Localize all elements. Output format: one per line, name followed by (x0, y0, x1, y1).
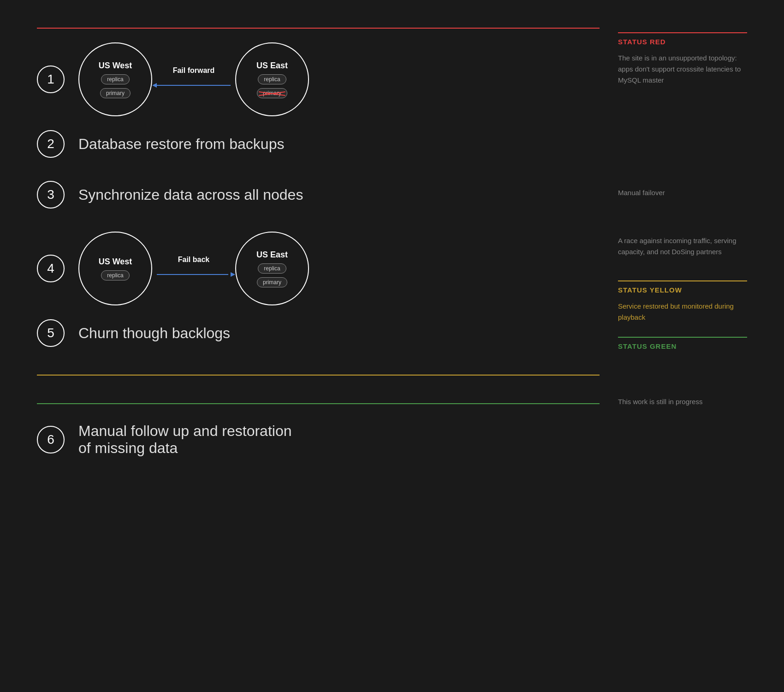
step-4-row: 4 US West replica Fail back (37, 232, 600, 305)
left-panel: 1 US West replica primary Fail forward (37, 28, 600, 480)
step6-note-area: This work is still in progress (618, 396, 747, 407)
status-yellow-line (37, 375, 600, 376)
step-4-arrow-section: Fail back (152, 256, 235, 281)
svg-marker-3 (231, 272, 235, 277)
right-yellow-header: STATUS YELLOW (618, 286, 747, 294)
right-red-desc: The site is in an unsupported topology: … (618, 53, 747, 86)
status-green-line (37, 403, 600, 404)
us-west-circle-4: US West replica (78, 232, 152, 305)
step-1-arrow-section: Fail forward (152, 66, 235, 92)
step-3-content: Synchronize data across all nodes (78, 186, 303, 203)
us-west-label-1: US West (99, 61, 132, 71)
us-east-primary-tag-1-crossed: primary (257, 88, 287, 98)
step-4-arrow-svg (152, 268, 235, 281)
right-red-section: STATUS RED The site is in an unsupported… (618, 32, 747, 86)
us-east-primary-tag-4: primary (257, 277, 287, 287)
us-east-replica-tag-1: replica (258, 74, 286, 84)
step-5-number: 5 (37, 319, 65, 347)
step-1-arrow-label: Fail forward (173, 66, 215, 75)
step-3-row: 3 Synchronize data across all nodes (37, 181, 600, 209)
step-4-number: 4 (37, 255, 65, 282)
right-yellow-section: STATUS YELLOW Service restored but monit… (618, 280, 747, 323)
step-6-text: Manual follow up and restoration of miss… (78, 423, 292, 457)
step-6-number: 6 (37, 426, 65, 453)
us-east-label-4: US East (256, 250, 288, 260)
right-green-header: STATUS GREEN (618, 342, 747, 350)
step-5-note: A race against incoming traffic, serving… (618, 235, 747, 257)
step-2-content: Database restore from backups (78, 136, 284, 153)
step4-note-area: Manual failover (618, 187, 747, 198)
right-red-line (618, 32, 747, 33)
right-yellow-line (618, 280, 747, 281)
step-1-diagram: US West replica primary Fail forward US … (78, 42, 309, 116)
step-2-text: Database restore from backups (78, 136, 284, 153)
step-5-row: 5 Churn though backlogs (37, 319, 600, 347)
step-4-note: Manual failover (618, 187, 747, 198)
us-west-replica-tag-4: replica (101, 270, 129, 280)
step-4-arrow-label: Fail back (178, 256, 209, 264)
step-1-number: 1 (37, 66, 65, 93)
us-east-circle-1: US East replica primary (235, 42, 309, 116)
step-5-text: Churn though backlogs (78, 325, 230, 342)
step-5-content: Churn though backlogs (78, 325, 230, 342)
us-west-label-4: US West (99, 257, 132, 267)
red-bar (37, 28, 600, 29)
right-green-section: STATUS GREEN (618, 337, 747, 350)
step-4-diagram: US West replica Fail back US East replic… (78, 232, 309, 305)
main-container: 1 US West replica primary Fail forward (0, 0, 784, 507)
step-1-row: 1 US West replica primary Fail forward (37, 42, 600, 116)
step-6-row: 6 Manual follow up and restoration of mi… (37, 423, 600, 457)
us-west-replica-tag-1: replica (101, 74, 129, 84)
step-2-row: 2 Database restore from backups (37, 130, 600, 158)
step-1-arrow-svg (152, 78, 235, 92)
step-3-number: 3 (37, 181, 65, 209)
right-yellow-desc: Service restored but monitored during pl… (618, 301, 747, 323)
step-6-note: This work is still in progress (618, 396, 747, 407)
us-east-label-1: US East (256, 61, 288, 71)
step-3-text: Synchronize data across all nodes (78, 186, 303, 203)
right-green-line (618, 337, 747, 338)
svg-marker-1 (152, 83, 157, 88)
step-2-number: 2 (37, 130, 65, 158)
right-red-header: STATUS RED (618, 38, 747, 46)
right-panel: STATUS RED The site is in an unsupported… (618, 28, 747, 480)
us-west-circle-1: US West replica primary (78, 42, 152, 116)
step5-note-area: A race against incoming traffic, serving… (618, 235, 747, 257)
status-red-line (37, 28, 600, 29)
us-west-primary-tag-1: primary (100, 88, 131, 98)
us-east-circle-4: US East replica primary (235, 232, 309, 305)
us-east-replica-tag-4: replica (258, 263, 286, 274)
step-6-content: Manual follow up and restoration of miss… (78, 423, 292, 457)
